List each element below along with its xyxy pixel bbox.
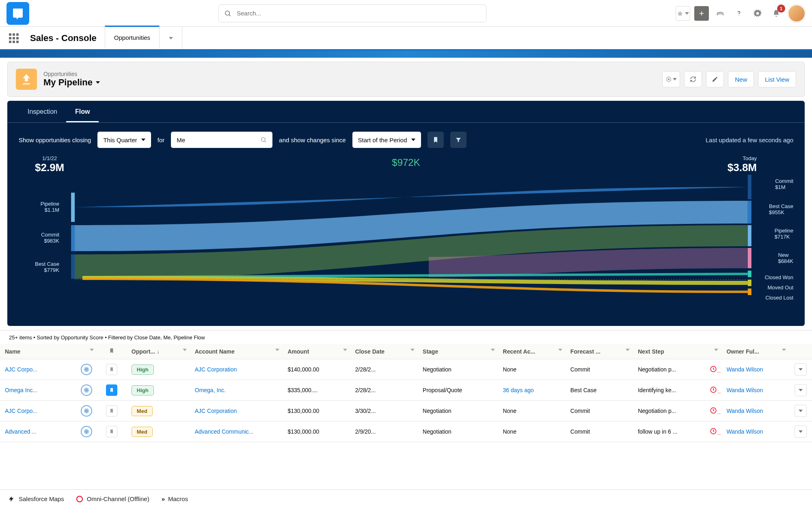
score-pill: High [132,385,154,395]
col-account-header[interactable]: Account Name [190,344,283,359]
amount-cell: $140,000.00 [283,359,350,380]
svg-point-3 [668,78,669,80]
help-icon[interactable] [732,6,746,21]
last-updated-label: Last updated a few seconds ago [706,137,793,143]
stage-cell: Proposal/Quote [418,380,498,401]
col-forecast-header[interactable]: Forecast ... [566,344,633,359]
app-name: Sales - Console [22,27,105,49]
since-select[interactable]: Start of the Period [352,132,421,148]
search-icon [224,10,231,18]
util-macros[interactable]: » Macros [162,495,188,502]
sankey-left-amount: $983K [19,238,59,244]
notifications-icon[interactable]: 1 [769,6,784,21]
sankey-left-label: Pipeline [41,201,59,207]
app-launcher-icon[interactable] [6,27,22,49]
tab-flow[interactable]: Flow [66,101,99,122]
setup-gear-icon[interactable] [750,6,765,21]
user-avatar[interactable] [788,4,806,22]
account-link[interactable]: AJC Corporation [195,408,237,414]
opp-name-link[interactable]: Omega Inc... [5,387,37,393]
recent-activity-link[interactable]: 36 days ago [503,387,534,393]
svg-rect-15 [748,289,752,295]
favorite-icon[interactable] [676,6,690,21]
amount-cell: $335,000.... [283,380,350,401]
einstein-icon[interactable] [81,405,92,417]
col-bookmark-header[interactable] [97,344,127,359]
edit-button[interactable] [706,71,724,87]
sankey-right-label: Closed Won [764,274,793,280]
overdue-icon [705,401,722,421]
closing-period-select[interactable]: This Quarter [97,132,151,148]
settings-button[interactable] [662,71,680,87]
util-maps[interactable]: Salesforce Maps [8,495,64,502]
forecast-cell: Best Case [566,380,633,401]
col-owner-header[interactable]: Owner Ful... [721,344,789,359]
svg-line-5 [265,141,266,142]
sankey-left-amount: $1.1M [19,207,59,213]
owner-select[interactable]: Me [171,132,272,148]
opp-name-link[interactable]: AJC Corpo... [5,366,37,373]
col-opp-header[interactable]: Opport... ↓ [127,344,190,359]
col-close-header[interactable]: Close Date [350,344,418,359]
col-name-header[interactable]: Name [0,344,97,359]
svg-point-4 [261,138,265,141]
bookmark-toggle[interactable] [106,384,117,396]
col-recent-header[interactable]: Recent Ac... [498,344,566,359]
owner-link[interactable]: Wanda Wilson [726,428,763,435]
overdue-icon [705,421,722,442]
sankey-right-amount: $717K [775,234,793,240]
tab-inspection[interactable]: Inspection [19,101,66,122]
account-link[interactable]: Advanced Communic... [195,428,254,435]
col-stage-header[interactable]: Stage [418,344,498,359]
row-actions-menu[interactable] [795,426,807,438]
row-actions-menu[interactable] [795,384,807,396]
since-select-value: Start of the Period [358,137,407,143]
add-icon[interactable] [694,6,709,21]
list-view-button[interactable]: List View [758,71,796,87]
einstein-icon[interactable] [81,426,92,437]
score-pill: Med [132,427,153,437]
row-actions-menu[interactable] [795,363,807,376]
filter-for-label: for [158,137,165,143]
page-title[interactable]: My Pipeline [43,77,100,88]
guidance-icon[interactable] [713,6,728,21]
row-actions-menu[interactable] [795,405,807,417]
util-omni[interactable]: Omni-Channel (Offline) [76,495,149,502]
bookmark-toggle[interactable] [106,426,117,437]
forecast-cell: Commit [566,421,633,442]
new-button[interactable]: New [728,71,754,87]
svg-point-2 [739,15,739,16]
col-amount-header[interactable]: Amount [283,344,350,359]
einstein-icon[interactable] [81,384,92,396]
einstein-icon[interactable] [81,364,92,375]
close-date-cell: 3/30/2... [350,401,418,421]
filter-button[interactable] [450,132,466,148]
close-date-cell: 2/9/20... [350,421,418,442]
opp-name-link[interactable]: AJC Corpo... [5,408,37,414]
sankey-right-label: Pipeline [775,228,793,234]
owner-link[interactable]: Wanda Wilson [726,408,763,414]
notif-badge: 1 [777,4,785,13]
bookmark-filter-button[interactable] [428,132,444,148]
app-logo[interactable] [6,2,29,25]
opp-name-link[interactable]: Advanced ... [5,428,37,435]
account-link[interactable]: Omega, Inc. [195,387,226,393]
util-macros-label: Macros [168,495,188,502]
next-step-cell: Negotiation p... [633,401,705,421]
nav-tab-opportunities[interactable]: Opportunities [105,26,160,48]
sankey-left-label: Commit [41,232,59,238]
overdue-icon [705,380,722,401]
account-link[interactable]: AJC Corporation [195,366,237,373]
bookmark-toggle[interactable] [106,405,117,417]
col-next-header[interactable]: Next Step [633,344,721,359]
sankey-right-label: Closed Lost [765,295,793,301]
forecast-cell: Commit [566,401,633,421]
table-header-row: Name Opport... ↓ Account Name Amount Clo… [0,344,812,359]
owner-link[interactable]: Wanda Wilson [726,366,763,373]
nav-tab-dropdown[interactable] [160,27,182,49]
search-input[interactable] [218,4,486,22]
bookmark-toggle[interactable] [106,364,117,375]
sankey-end-value: $3.8M [728,161,757,174]
owner-link[interactable]: Wanda Wilson [726,387,763,393]
refresh-button[interactable] [684,71,702,87]
